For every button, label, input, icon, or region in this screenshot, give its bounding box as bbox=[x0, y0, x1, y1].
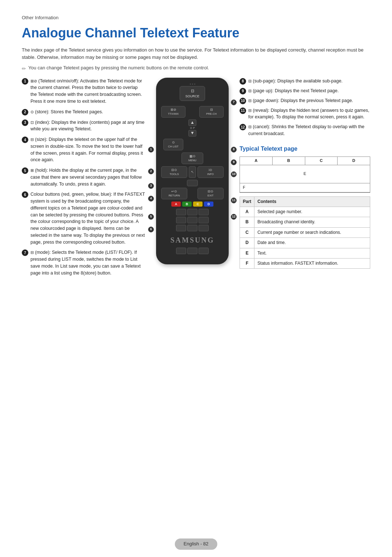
teletext-body-e: E bbox=[240, 165, 370, 183]
teletext-icon-1: ⊞⊘ bbox=[30, 78, 37, 84]
row-a-part: A bbox=[240, 207, 254, 217]
prech-icon: ⊟ bbox=[201, 107, 221, 112]
item-11-text: ⊟ (reveal): Displays the hidden text (an… bbox=[248, 107, 370, 121]
prech-button[interactable]: ⊟ PRE-CH bbox=[199, 106, 224, 118]
row-e-part: E bbox=[240, 248, 254, 258]
annot-1-container: 1 bbox=[148, 147, 154, 153]
feature-list-left: 1 ⊞⊘ (Teletext on/mix/off): Activates th… bbox=[22, 78, 145, 277]
note-text: You can change Teletext pages by pressin… bbox=[28, 65, 209, 72]
annot-7: 7 bbox=[231, 99, 237, 105]
annot-8-container: 8 bbox=[231, 147, 237, 153]
tools-icon: ⊟⊙ bbox=[163, 168, 185, 172]
page-footer: English - 82 bbox=[175, 538, 217, 550]
bullet-3: 3 bbox=[22, 119, 28, 126]
nav-up-button[interactable]: ▲ bbox=[188, 119, 196, 126]
item-3-text: ⊡ (index): Displays the index (contents)… bbox=[30, 119, 145, 133]
speaker-dots bbox=[161, 84, 224, 85]
p-label: ⊙ P bbox=[190, 126, 195, 130]
annot-4: 4 bbox=[148, 196, 154, 202]
item-9-text: ⊟ (page up): Displays the next Teletext … bbox=[248, 88, 339, 94]
list-item-11: 11 ⊟ (reveal): Displays the hidden text … bbox=[240, 107, 370, 121]
item-8-text: ⊟ (sub-page): Displays the available sub… bbox=[248, 78, 343, 85]
small-btn-center[interactable] bbox=[187, 180, 198, 186]
source-button[interactable]: ⊡ SOURCE bbox=[180, 86, 205, 101]
return-button[interactable]: ↩⊙ RETURN bbox=[161, 188, 187, 199]
annot-2: 2 bbox=[148, 168, 154, 174]
num-btn-3[interactable] bbox=[199, 209, 209, 215]
bottom-btn-1[interactable] bbox=[176, 248, 186, 254]
source-label: SOURCE bbox=[185, 94, 200, 98]
table-row-f: F Status information. FASTEXT informatio… bbox=[240, 259, 370, 269]
item-5-text: ⊞ (hold): Holds the display at the curre… bbox=[30, 167, 145, 187]
table-row-a: A Selected page number. bbox=[240, 207, 370, 217]
samsung-logo: SAMSUNG bbox=[161, 235, 224, 245]
tools-button[interactable]: ⊟⊙ TOOLS bbox=[161, 166, 187, 178]
annot-11-container: 11 bbox=[231, 198, 237, 203]
green-button[interactable]: B bbox=[182, 202, 192, 207]
pageup-icon: ⊟ bbox=[248, 88, 252, 94]
teletext-e-label: E bbox=[303, 171, 306, 177]
bottom-btn-2[interactable] bbox=[187, 248, 197, 254]
table-row-d: D Date and time. bbox=[240, 238, 370, 248]
ttx-mix-button[interactable]: ⊞⊘ TTX/MIX bbox=[161, 106, 185, 118]
bullet-7: 7 bbox=[22, 249, 28, 256]
typical-title: Typical Teletext page bbox=[240, 145, 370, 153]
table-body: A Selected page number. B Broadcasting c… bbox=[240, 207, 370, 269]
annot-10: 10 bbox=[231, 171, 237, 177]
annot-3-container: 3 bbox=[148, 183, 154, 189]
annot-8: 8 bbox=[231, 147, 237, 153]
numpad-row-3 bbox=[161, 225, 224, 231]
blue-button[interactable]: D bbox=[204, 202, 213, 207]
footer-text: English - 82 bbox=[184, 541, 209, 546]
index-icon: ⊡ bbox=[30, 119, 34, 126]
menu-button[interactable]: ▦⊙ MENU bbox=[181, 153, 203, 164]
table-row-c: C Current page number or search indicati… bbox=[240, 227, 370, 237]
item-1-text: ⊞⊘ (Teletext on/mix/off): Activates the … bbox=[30, 78, 145, 105]
ttx-prech-row: ⊞⊘ TTX/MIX ⊟ PRE-CH bbox=[161, 106, 224, 118]
yellow-button[interactable]: C bbox=[193, 202, 203, 207]
feature-list-right: 8 ⊟ (sub-page): Displays the available s… bbox=[240, 78, 370, 137]
teletext-col-d: D bbox=[338, 157, 370, 165]
annot-11: 11 bbox=[231, 198, 237, 203]
num-btn-7[interactable] bbox=[176, 225, 186, 231]
annot-5: 5 bbox=[148, 214, 154, 220]
table-row-b: B Broadcasting channel identity. bbox=[240, 217, 370, 227]
bottom-row bbox=[161, 248, 224, 254]
col-part-header: Part bbox=[240, 196, 254, 207]
annot-4-container: 4 bbox=[148, 196, 154, 202]
row-b-contents: Broadcasting channel identity. bbox=[254, 217, 370, 227]
num-btn-2[interactable] bbox=[187, 209, 197, 215]
num-btn-1[interactable] bbox=[176, 209, 186, 215]
source-icon: ⊡ bbox=[184, 88, 201, 94]
dot-2 bbox=[192, 84, 193, 85]
bullet-6: 6 bbox=[22, 191, 28, 198]
note-row: ✏ You can change Teletext pages by press… bbox=[22, 65, 370, 72]
main-content: 1 ⊞⊘ (Teletext on/mix/off): Activates th… bbox=[22, 78, 370, 280]
nav-down-button[interactable]: ▼ bbox=[188, 130, 196, 137]
red-button[interactable]: A bbox=[171, 202, 181, 207]
info-button[interactable]: i⊙ INFO bbox=[197, 166, 224, 178]
table-header-row: Part Contents bbox=[240, 196, 370, 207]
list-item-8: 8 ⊟ (sub-page): Displays the available s… bbox=[240, 78, 370, 85]
item-12-text: ⊟ (cancel): Shrinks the Teletext display… bbox=[248, 123, 370, 137]
list-item-7: 7 ⊟ (mode): Selects the Teletext mode (L… bbox=[22, 249, 145, 276]
ch-list-button[interactable]: ⊙ CH LIST bbox=[163, 139, 183, 150]
annot-2-container: 2 bbox=[148, 168, 154, 174]
num-btn-5[interactable] bbox=[187, 217, 197, 223]
dot-3 bbox=[194, 84, 195, 85]
exit-button[interactable]: ⊟⊙ EXIT bbox=[197, 188, 224, 199]
intro-text: The index page of the Teletext service g… bbox=[22, 46, 370, 61]
list-item-5: 5 ⊞ (hold): Holds the display at the cur… bbox=[22, 167, 145, 187]
num-btn-9[interactable] bbox=[199, 225, 209, 231]
annot-6-container: 6 bbox=[148, 227, 154, 232]
item-2-text: ⊙ (store): Stores the Teletext pages. bbox=[30, 109, 103, 115]
mode-icon: ⊟ bbox=[30, 249, 34, 256]
bottom-btn-3[interactable] bbox=[199, 248, 209, 254]
bullet-5: 5 bbox=[22, 167, 28, 174]
list-item-3: 3 ⊡ (index): Displays the index (content… bbox=[22, 119, 145, 133]
num-btn-8[interactable] bbox=[187, 225, 197, 231]
row-e-contents: Text. bbox=[254, 248, 370, 258]
num-btn-4[interactable] bbox=[176, 217, 186, 223]
exit-icon: ⊟⊙ bbox=[200, 189, 221, 194]
num-btn-6[interactable] bbox=[199, 217, 209, 223]
